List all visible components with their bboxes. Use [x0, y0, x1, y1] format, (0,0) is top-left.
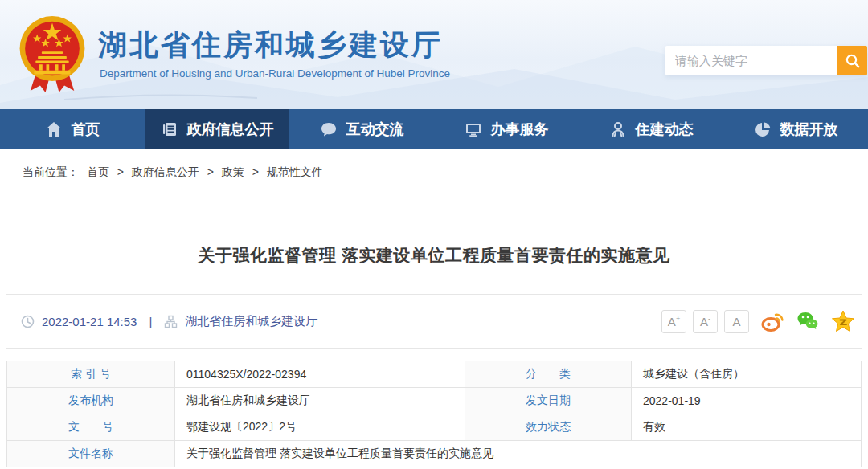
validity-label: 效力状态: [465, 414, 632, 441]
table-row: 发布机构 湖北省住房和城乡建设厅 发文日期 2022-01-19: [7, 388, 862, 414]
nav-item-interaction[interactable]: 互动交流: [289, 109, 434, 149]
national-emblem-logo: [14, 11, 90, 98]
table-row: 文件名称 关于强化监督管理 落实建设单位工程质量首要责任的实施意见: [7, 441, 862, 467]
article-source: 湖北省住房和城乡建设厅: [185, 314, 317, 329]
publish-time: 2022-01-21 14:53: [42, 315, 137, 328]
issuing-agency-label: 发布机构: [7, 388, 175, 414]
issue-date-value: 2022-01-19: [632, 388, 862, 414]
search-button[interactable]: [837, 46, 867, 75]
breadcrumb-item-home[interactable]: 首页: [87, 165, 109, 178]
font-increase-button[interactable]: A+: [661, 310, 686, 333]
divider: [6, 348, 862, 349]
document-icon: [161, 120, 178, 138]
index-number-label: 索 引 号: [7, 361, 175, 388]
qzone-icon[interactable]: [831, 309, 855, 333]
doc-title-value: 关于强化监督管理 落实建设单位工程质量首要责任的实施意见: [175, 441, 862, 467]
main-nav: 首页 政府信息公开 互动交流 办事服务 住建动态: [0, 109, 868, 149]
category-value: 城乡建设（含住房）: [632, 361, 862, 388]
index-number-value: 01104325X/2022-02394: [175, 361, 465, 388]
article-meta-tools: A+ A- A: [661, 309, 855, 333]
nav-item-gov-info[interactable]: 政府信息公开: [145, 109, 289, 149]
nav-label: 政府信息公开: [187, 120, 274, 139]
font-decrease-button[interactable]: A-: [693, 310, 718, 333]
search-input[interactable]: [665, 46, 837, 75]
site-title: 湖北省住房和城乡建设厅: [98, 26, 443, 65]
category-label: 分 类: [465, 361, 632, 388]
monitor-icon: [465, 120, 482, 138]
nav-item-news[interactable]: 住建动态: [579, 109, 723, 149]
chat-bubble-icon: [320, 120, 338, 138]
nav-item-services[interactable]: 办事服务: [434, 109, 579, 149]
site-subtitle: Department of Housing and Urban-Rural De…: [100, 67, 450, 80]
validity-value: 有效: [632, 414, 862, 441]
table-row: 文 号 鄂建设规〔2022〕2号 效力状态 有效: [7, 414, 862, 441]
doc-number-value: 鄂建设规〔2022〕2号: [175, 414, 465, 441]
weibo-icon[interactable]: [760, 309, 784, 333]
nav-label: 办事服务: [491, 120, 549, 139]
breadcrumb-prefix: 当前位置：: [23, 165, 79, 178]
breadcrumb-separator: >: [207, 165, 214, 178]
article-meta-row: 2022-01-21 14:53 | 湖北省住房和城乡建设厅 A+ A- A: [0, 295, 868, 348]
table-row: 索 引 号 01104325X/2022-02394 分 类 城乡建设（含住房）: [7, 361, 862, 388]
breadcrumb-separator: >: [252, 165, 259, 178]
breadcrumb: 当前位置： 首页 > 政府信息公开 > 政策 > 规范性文件: [0, 149, 868, 193]
nav-label: 互动交流: [346, 120, 404, 139]
breadcrumb-item-gov-info[interactable]: 政府信息公开: [132, 165, 199, 178]
search-icon: [845, 53, 861, 69]
nav-label: 首页: [72, 120, 100, 139]
pie-chart-icon: [754, 120, 772, 138]
organization-icon: [164, 315, 178, 328]
nav-label: 数据开放: [780, 120, 838, 139]
breadcrumb-item-policy[interactable]: 政策: [222, 165, 244, 178]
wechat-icon[interactable]: [796, 309, 820, 333]
article-title: 关于强化监督管理 落实建设单位工程质量首要责任的实施意见: [0, 244, 868, 267]
nav-label: 住建动态: [636, 120, 694, 139]
font-normal-button[interactable]: A: [724, 310, 749, 333]
article-meta-left: 2022-01-21 14:53 | 湖北省住房和城乡建设厅: [21, 314, 317, 329]
nav-item-home[interactable]: 首页: [0, 109, 145, 149]
clock-icon: [21, 315, 35, 328]
doc-title-label: 文件名称: [7, 441, 175, 467]
issuing-agency-value: 湖北省住房和城乡建设厅: [175, 388, 465, 414]
breadcrumb-separator: >: [117, 165, 124, 178]
nav-item-open-data[interactable]: 数据开放: [723, 109, 868, 149]
breadcrumb-item-normative-docs[interactable]: 规范性文件: [267, 165, 323, 178]
search-box: [665, 46, 867, 75]
issue-date-label: 发文日期: [465, 388, 632, 414]
person-badge-icon: [609, 120, 627, 138]
document-info-table: 索 引 号 01104325X/2022-02394 分 类 城乡建设（含住房）…: [6, 361, 862, 467]
site-header: 湖北省住房和城乡建设厅 Department of Housing and Ur…: [0, 0, 868, 109]
doc-number-label: 文 号: [7, 414, 175, 441]
home-icon: [45, 120, 63, 138]
meta-separator: |: [149, 315, 152, 328]
